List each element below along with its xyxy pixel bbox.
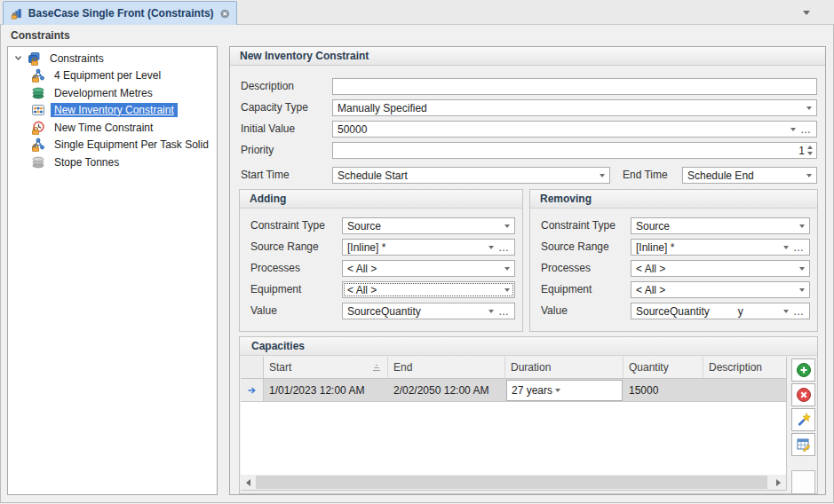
ellipsis-button[interactable]: … [800,126,812,133]
capacity-type-label: Capacity Type [241,99,308,116]
chevron-down-icon[interactable] [600,174,605,177]
adding-group: Adding Constraint Type Source Source Ran… [239,189,523,332]
cell-quantity[interactable]: 15000 [624,379,703,401]
window-list-dropdown-icon[interactable] [801,8,812,17]
current-row-arrow-icon [247,386,257,395]
chevron-down-icon[interactable] [799,224,805,228]
delete-capacity-button[interactable] [791,383,815,406]
priority-spinner[interactable]: 1 [332,142,817,159]
row-indicator-header [241,357,264,378]
add-capacity-button[interactable] [791,358,815,382]
priority-label: Priority [241,142,274,159]
adding-group-header: Adding [240,190,522,209]
removing-processes-dropdown[interactable]: < All > [631,260,810,277]
scroll-right-button[interactable] [771,475,786,490]
tree-item-single-equipment-per-task[interactable]: Single Equipment Per Task Solid [31,136,212,153]
tree-item-development-metres[interactable]: Development Metres [31,84,156,101]
magic-wand-icon [796,412,812,428]
capacities-grid: Start End Duration Quantity Description [241,357,787,491]
chevron-down-icon[interactable] [806,106,812,110]
grid-empty-area [241,402,786,475]
schedule-chart-icon [11,6,22,20]
start-time-dropdown[interactable]: Schedule Start [332,167,610,184]
chevron-down-icon[interactable] [783,246,789,249]
chevron-down-icon[interactable] [504,288,510,292]
tree-item-new-inventory-constraint[interactable]: New Inventory Constraint [31,101,178,118]
tree-root-constraints[interactable]: Constraints [13,50,107,67]
description-input[interactable] [332,78,817,95]
cell-description[interactable] [703,379,786,401]
capacity-table-row[interactable]: 1/01/2023 12:00 AM 2/02/2050 12:00 AM 27… [241,379,786,402]
adding-equipment-dropdown[interactable]: < All > [342,281,515,298]
tonnes-stack-icon [31,155,45,169]
tree-item-label: Stope Tonnes [51,155,123,169]
scroll-right-icon [776,479,781,486]
capacities-group: Capacities Start End Duration Quant [239,336,818,494]
removing-source-range-dropdown[interactable]: [Inline] * … [631,239,810,256]
adding-value-dropdown[interactable]: SourceQuantity … [342,303,515,319]
ellipsis-button[interactable]: … [498,308,510,315]
chevron-down-icon[interactable] [504,224,510,228]
adding-constraint-type-dropdown[interactable]: Source [342,217,515,234]
wizard-button[interactable] [791,408,815,431]
ellipsis-button[interactable]: … [793,308,805,315]
column-header-end[interactable]: End [388,357,505,378]
chevron-down-icon[interactable] [783,310,789,313]
end-time-dropdown[interactable]: Schedule End [682,167,817,184]
column-header-duration[interactable]: Duration [505,357,624,378]
delete-cross-icon [796,387,812,403]
chevron-down-icon[interactable] [799,267,805,271]
inventory-abacus-icon [31,103,45,117]
metres-stack-icon [31,86,45,100]
ellipsis-button[interactable]: … [793,244,805,251]
tree-item-equipment-per-level[interactable]: 4 Equipment per Level [31,67,164,83]
button-panel-spacer [791,470,815,494]
initial-value-label: Initial Value [241,121,295,138]
removing-equipment-dropdown[interactable]: < All > [631,281,810,298]
chevron-down-icon[interactable] [504,267,510,271]
column-header-description[interactable]: Description [703,357,786,378]
spin-down-icon[interactable] [807,152,813,155]
tree-item-stope-tonnes[interactable]: Stope Tonnes [31,154,123,170]
cell-duration[interactable]: 27 years [505,379,624,401]
expander-chevron-down-icon[interactable] [13,53,23,63]
adding-source-range-dropdown[interactable]: [Inline] * … [342,239,515,256]
horizontal-scrollbar[interactable] [241,475,786,490]
removing-constraint-type-dropdown[interactable]: Source [631,217,810,234]
chevron-down-icon[interactable] [488,310,494,313]
column-header-quantity[interactable]: Quantity [624,357,703,378]
cell-end[interactable]: 2/02/2050 12:00 AM [388,379,505,401]
equipment-constraint-icon [31,138,45,152]
capacities-group-header: Capacities [240,337,817,356]
close-icon[interactable] [220,8,229,20]
removing-group: Removing Constraint Type Source Source R… [529,189,818,332]
edit-table-button[interactable] [791,433,815,456]
document-tab[interactable]: BaseCase Single Front (Constraints) [3,1,237,25]
tree-item-new-time-constraint[interactable]: New Time Constraint [31,119,156,136]
removing-value-label: Value [541,303,568,319]
scroll-left-button[interactable] [241,475,256,490]
spin-up-icon[interactable] [807,146,813,149]
detail-title: New Inventory Constraint [240,50,369,62]
scrollbar-thumb[interactable] [256,476,767,489]
capacity-type-dropdown[interactable]: Manually Specified [332,99,817,116]
initial-value-dropdown[interactable]: 50000 … [332,121,817,138]
chevron-down-icon[interactable] [790,128,796,131]
column-header-start[interactable]: Start [264,357,388,378]
removing-value-dropdown[interactable]: SourceQuantity y … [631,303,810,319]
cell-start[interactable]: 1/01/2023 12:00 AM [264,379,388,401]
chevron-down-icon[interactable] [488,246,494,249]
adding-processes-dropdown[interactable]: < All > [342,260,515,277]
chevron-down-icon[interactable] [799,288,805,292]
spinner-buttons[interactable] [807,146,813,155]
stray-text: y [710,305,781,318]
start-time-label: Start Time [241,167,290,184]
scroll-left-icon [246,479,250,486]
table-edit-icon [796,437,812,453]
ellipsis-button[interactable]: … [498,244,510,251]
chevron-down-icon[interactable] [555,389,560,392]
removing-constraint-type-label: Constraint Type [541,217,616,234]
removing-processes-label: Processes [541,260,591,277]
duration-dropdown[interactable]: 27 years [506,380,623,401]
chevron-down-icon[interactable] [806,174,812,177]
